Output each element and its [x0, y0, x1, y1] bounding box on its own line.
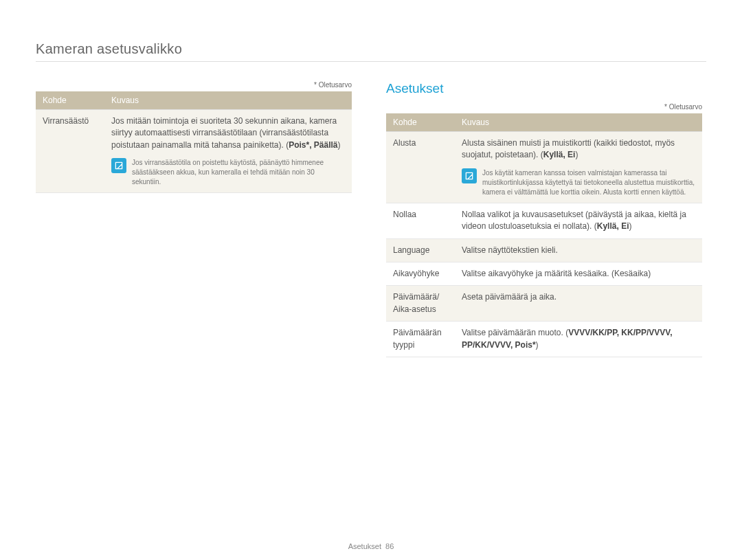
note-box: Jos käytät kameran kanssa toisen valmist…	[462, 168, 695, 197]
table-row: Aikavyöhyke Valitse aikavyöhyke ja määri…	[386, 262, 702, 285]
row-desc: Nollaa valikot ja kuvausasetukset (päivä…	[455, 203, 702, 238]
th-kohde: Kohde	[386, 113, 455, 132]
desc-bold: Kyllä, Ei	[597, 221, 629, 231]
row-label: Aikavyöhyke	[386, 262, 455, 285]
row-desc: Valitse päivämäärän muoto. (VVVV/KK/PP, …	[455, 322, 702, 357]
info-icon	[462, 168, 477, 183]
default-note-right: * Oletusarvo	[386, 103, 702, 111]
desc-post: )	[338, 140, 341, 150]
table-row: Päivämäärän tyyppi Valitse päivämäärän m…	[386, 322, 702, 357]
row-label: Päivämäärä/ Aika-asetus	[386, 286, 455, 322]
th-kuvaus: Kuvaus	[455, 113, 702, 132]
row-desc: Aseta päivämäärä ja aika.	[455, 286, 702, 322]
left-table: Kohde Kuvaus Virransäästö Jos mitään toi…	[36, 91, 352, 193]
desc-post: )	[575, 150, 578, 159]
row-desc: Valitse aikavyöhyke ja määritä kesäaika.…	[455, 262, 702, 285]
row-desc: Valitse näyttötekstien kieli.	[455, 238, 702, 262]
page-title: Kameran asetusvalikko	[36, 41, 706, 62]
desc-pre: Nollaa valikot ja kuvausasetukset (päivä…	[462, 210, 686, 231]
desc-pre: Valitse päivämäärän muoto. (	[462, 328, 568, 337]
footer-label: Asetukset	[348, 542, 381, 550]
row-label: Päivämäärän tyyppi	[386, 322, 455, 357]
table-row: Alusta Alusta sisäinen muisti ja muistik…	[386, 132, 702, 203]
manual-page: Kameran asetusvalikko * Oletusarvo Kohde…	[0, 0, 742, 560]
left-column: * Oletusarvo Kohde Kuvaus Virransäästö J…	[36, 81, 352, 357]
note-text: Jos virransäästötila on poistettu käytös…	[132, 158, 345, 187]
row-desc: Jos mitään toimintoja ei suoriteta 30 se…	[104, 110, 352, 193]
th-kohde: Kohde	[36, 91, 104, 110]
footer-page: 86	[385, 542, 394, 550]
table-row: Nollaa Nollaa valikot ja kuvausasetukset…	[386, 203, 702, 238]
row-label: Nollaa	[386, 203, 455, 238]
th-kuvaus: Kuvaus	[104, 91, 352, 110]
desc-post: )	[629, 221, 631, 231]
row-desc: Alusta sisäinen muisti ja muistikortti (…	[455, 132, 702, 203]
desc-bold: Pois*, Päällä	[289, 140, 337, 150]
row-label: Virransäästö	[36, 110, 104, 193]
row-label: Language	[386, 238, 455, 262]
note-text: Jos käytät kameran kanssa toisen valmist…	[482, 168, 695, 197]
right-table: Kohde Kuvaus Alusta Alusta sisäinen muis…	[386, 113, 702, 357]
default-note-left: * Oletusarvo	[36, 81, 352, 89]
row-label: Alusta	[386, 132, 455, 203]
table-row: Language Valitse näyttötekstien kieli.	[386, 238, 702, 262]
right-column: Asetukset * Oletusarvo Kohde Kuvaus Alus…	[386, 81, 702, 357]
desc-post: )	[536, 340, 539, 350]
note-box: Jos virransäästötila on poistettu käytös…	[111, 158, 345, 187]
desc-bold: Kyllä, Ei	[543, 150, 576, 159]
page-footer: Asetukset 86	[0, 542, 742, 550]
columns: * Oletusarvo Kohde Kuvaus Virransäästö J…	[36, 81, 706, 357]
table-row: Virransäästö Jos mitään toimintoja ei su…	[36, 110, 352, 193]
table-row: Päivämäärä/ Aika-asetus Aseta päivämäärä…	[386, 286, 702, 322]
section-title: Asetukset	[386, 81, 702, 96]
info-icon	[111, 158, 126, 173]
